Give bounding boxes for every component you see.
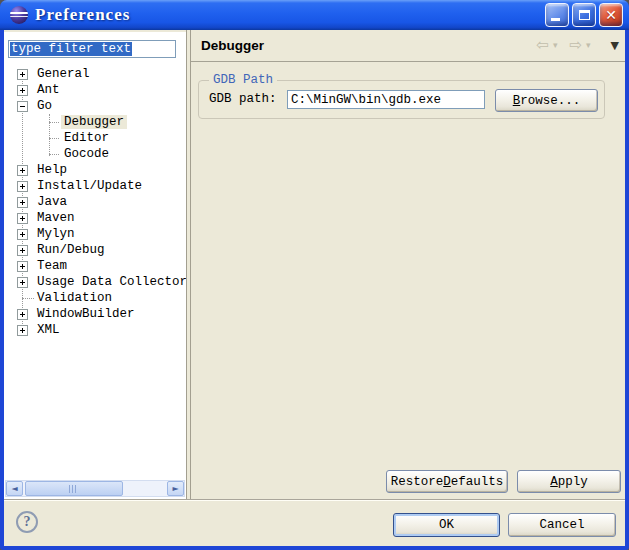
- tree-item-label: Mylyn: [34, 227, 78, 241]
- help-icon[interactable]: ?: [16, 511, 38, 533]
- tree-item-xml[interactable]: XML: [4, 322, 186, 338]
- title-bar[interactable]: Preferences ✕: [0, 0, 629, 30]
- group-title: GDB Path: [209, 73, 277, 88]
- expand-icon[interactable]: [17, 69, 28, 80]
- forward-menu-caret-icon[interactable]: ▾: [586, 41, 591, 50]
- gdb-path-label: GDB path:: [209, 92, 277, 106]
- scrollbar-thumb[interactable]: [25, 481, 123, 496]
- preferences-tree: GeneralAntGoDebuggerEditorGocodeHelpInst…: [4, 66, 186, 338]
- close-icon: ✕: [605, 8, 617, 22]
- collapse-icon[interactable]: [17, 101, 28, 112]
- scrollbar-track[interactable]: [23, 481, 167, 496]
- expand-icon[interactable]: [17, 261, 28, 272]
- tree-item-label: General: [34, 67, 93, 81]
- expand-icon[interactable]: [17, 197, 28, 208]
- view-menu-icon[interactable]: ▼: [611, 40, 619, 51]
- window-title: Preferences: [35, 5, 130, 25]
- page-title: Debugger: [201, 38, 264, 53]
- tree-item-validation[interactable]: Validation: [4, 290, 186, 306]
- ok-button[interactable]: OK: [393, 513, 500, 537]
- tree-item-general[interactable]: General: [4, 66, 186, 82]
- dialog-footer: ? OK Cancel: [4, 499, 625, 546]
- tree-item-go[interactable]: Go: [4, 98, 186, 114]
- tree-item-label: Java: [34, 195, 70, 209]
- tree-item-gocode[interactable]: Gocode: [4, 146, 186, 162]
- gdb-path-input[interactable]: [287, 90, 485, 109]
- tree-item-java[interactable]: Java: [4, 194, 186, 210]
- tree-item-label: Usage Data Collector: [34, 275, 186, 289]
- tree-item-label: Help: [34, 163, 70, 177]
- preference-page: Debugger ⇦ ▾ ⇨ ▾ ▼ GDB Path GDB path: Br…: [191, 30, 625, 499]
- expand-icon[interactable]: [17, 213, 28, 224]
- gdb-path-group: GDB Path GDB path: Browse...: [198, 80, 605, 119]
- expand-icon[interactable]: [17, 245, 28, 256]
- tree-item-label: Editor: [61, 131, 112, 145]
- tree-item-label: Debugger: [61, 115, 127, 129]
- tree-item-help[interactable]: Help: [4, 162, 186, 178]
- tree-item-debugger[interactable]: Debugger: [4, 114, 186, 130]
- minimize-button[interactable]: [545, 3, 569, 27]
- tree-item-team[interactable]: Team: [4, 258, 186, 274]
- dialog-body: type filter text GeneralAntGoDebuggerEdi…: [4, 30, 625, 546]
- scroll-right-button[interactable]: ►: [167, 481, 184, 496]
- eclipse-icon: [10, 6, 28, 24]
- browse-button[interactable]: Browse...: [495, 89, 598, 112]
- scrollbar-grip-icon: [69, 485, 78, 493]
- preferences-sidebar: type filter text GeneralAntGoDebuggerEdi…: [4, 32, 186, 499]
- expand-icon[interactable]: [17, 325, 28, 336]
- tree-item-label: Install/Update: [34, 179, 145, 193]
- tree-item-label: Gocode: [61, 147, 112, 161]
- tree-item-windowbuilder[interactable]: WindowBuilder: [4, 306, 186, 322]
- expand-icon[interactable]: [17, 277, 28, 288]
- tree-item-mylyn[interactable]: Mylyn: [4, 226, 186, 242]
- tree-item-label: Maven: [34, 211, 78, 225]
- filter-input[interactable]: type filter text: [8, 40, 176, 58]
- maximize-icon: [579, 10, 590, 20]
- expand-icon[interactable]: [17, 309, 28, 320]
- expand-icon[interactable]: [17, 229, 28, 240]
- back-menu-caret-icon[interactable]: ▾: [553, 41, 558, 50]
- maximize-button[interactable]: [572, 3, 596, 27]
- tree-item-maven[interactable]: Maven: [4, 210, 186, 226]
- tree-item-label: Validation: [34, 291, 115, 305]
- close-button[interactable]: ✕: [599, 3, 623, 27]
- tree-item-ant[interactable]: Ant: [4, 82, 186, 98]
- tree-item-label: Go: [34, 99, 55, 113]
- tree-item-label: Ant: [34, 83, 63, 97]
- tree-item-usage-data-collector[interactable]: Usage Data Collector: [4, 274, 186, 290]
- cancel-button[interactable]: Cancel: [508, 513, 616, 537]
- back-icon[interactable]: ⇦: [536, 38, 549, 53]
- restore-defaults-button[interactable]: Restore Defaults: [386, 470, 508, 493]
- tree-item-label: XML: [34, 323, 63, 337]
- expand-icon[interactable]: [17, 165, 28, 176]
- tree-item-label: Run/Debug: [34, 243, 108, 257]
- tree-item-install-update[interactable]: Install/Update: [4, 178, 186, 194]
- tree-item-label: WindowBuilder: [34, 307, 138, 321]
- preferences-dialog: Preferences ✕ type filter text GeneralAn…: [0, 0, 629, 550]
- filter-input-value: type filter text: [10, 42, 132, 56]
- page-header: Debugger ⇦ ▾ ⇨ ▾ ▼: [191, 30, 625, 62]
- minimize-icon: [551, 18, 560, 21]
- scroll-left-button[interactable]: ◄: [6, 481, 23, 496]
- tree-item-editor[interactable]: Editor: [4, 130, 186, 146]
- apply-button[interactable]: Apply: [517, 470, 621, 493]
- forward-icon[interactable]: ⇨: [569, 38, 582, 53]
- expand-icon[interactable]: [17, 181, 28, 192]
- tree-item-run-debug[interactable]: Run/Debug: [4, 242, 186, 258]
- tree-horizontal-scrollbar[interactable]: ◄ ►: [5, 480, 185, 497]
- tree-item-label: Team: [34, 259, 70, 273]
- expand-icon[interactable]: [17, 85, 28, 96]
